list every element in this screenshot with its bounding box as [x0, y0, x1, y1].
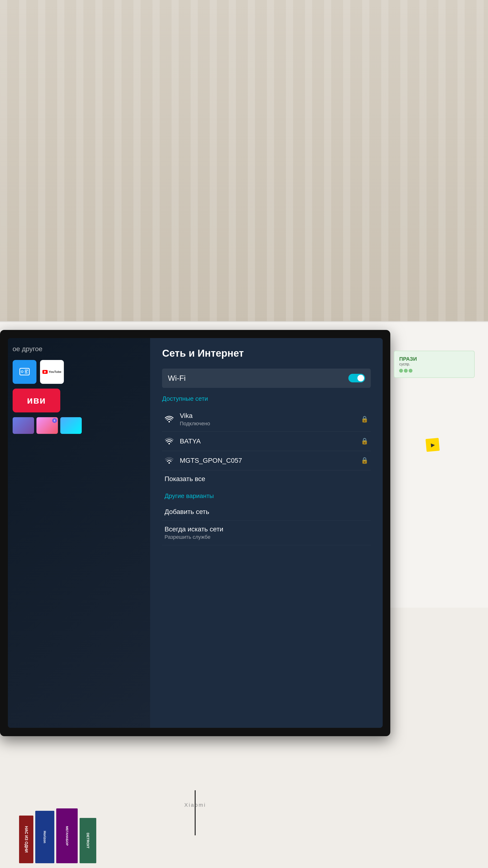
tv-screen: ое другое [8, 338, 383, 728]
network-item-mgts[interactable]: MGTS_GPON_C057 🔒 [162, 451, 370, 470]
always-scan-item[interactable]: Всегда искать сети Разрешить службе [162, 521, 370, 545]
available-networks-header: Доступные сети [162, 395, 370, 402]
dot [409, 369, 413, 373]
wifi-toggle[interactable] [348, 374, 365, 382]
thumb-1[interactable] [12, 417, 34, 434]
ivi-app-tile[interactable]: иви [12, 389, 60, 412]
add-network-item[interactable]: Добавить сеть [162, 503, 370, 521]
ivi-label: иви [27, 395, 46, 406]
network-name-batya: BATYA [180, 437, 360, 445]
show-all-button[interactable]: Показать все [162, 470, 370, 488]
network-name-mgts: MGTS_GPON_C057 [180, 457, 360, 464]
other-options-header: Другие варианты [162, 488, 370, 503]
youtube-label: YouTube [48, 370, 62, 374]
tv-stand [195, 790, 196, 835]
network-name-vika: Vika [180, 412, 360, 420]
settings-panel: Сеть и Интернет Wi-Fi Доступные сети [150, 338, 383, 728]
box-1-subtitle: суспр. [399, 362, 469, 366]
wifi-signal-icon-batya [164, 436, 174, 446]
tv-wrapper: ое другое [0, 330, 390, 781]
lock-icon-vika: 🔒 [361, 415, 368, 423]
app-row-1: YouTube [12, 360, 145, 384]
lock-icon-mgts: 🔒 [361, 457, 368, 464]
svg-rect-5 [25, 373, 28, 373]
network-item-vika[interactable]: Vika Подключено 🔒 [162, 407, 370, 432]
youtube-logo: YouTube [42, 370, 62, 374]
svg-point-2 [22, 371, 23, 372]
svg-rect-4 [25, 371, 27, 372]
right-items: ПРАЗИ суспр. [390, 347, 478, 694]
tv-app-tile[interactable] [12, 360, 36, 384]
dot [404, 369, 408, 373]
network-info-batya: BATYA [180, 437, 360, 445]
svg-point-7 [168, 443, 170, 444]
book-4: DETROIT [79, 818, 96, 863]
thumb-2[interactable]: 6 [36, 417, 58, 434]
box-1-title: ПРАЗИ [399, 356, 469, 362]
svg-point-8 [168, 462, 170, 464]
book-2: Horizon [35, 811, 54, 863]
wifi-toggle-row[interactable]: Wi-Fi [162, 369, 370, 388]
svg-point-6 [168, 421, 170, 423]
book-1: НАС ИЗ ОДНИ [19, 815, 33, 863]
book-3: МЕГАНАБОР [56, 808, 78, 863]
sticker: ▶ [426, 438, 440, 452]
wifi-label: Wi-Fi [168, 374, 186, 383]
app-row-2: иви [12, 389, 145, 412]
box-1: ПРАЗИ суспр. [394, 351, 475, 378]
network-info-mgts: MGTS_GPON_C057 [180, 457, 360, 464]
thumbnails-row: 6 [12, 417, 145, 434]
wifi-signal-icon-vika [164, 414, 174, 424]
network-item-batya[interactable]: BATYA 🔒 [162, 432, 370, 451]
svg-rect-3 [25, 370, 28, 370]
network-status-vika: Подключено [180, 421, 360, 427]
always-scan-label: Всегда искать сети [164, 525, 368, 533]
network-info-vika: Vika Подключено [180, 412, 360, 427]
tv-bezel: ое другое [0, 330, 390, 736]
always-scan-sublabel: Разрешить службе [164, 534, 368, 540]
tv-app-launcher: ое другое [8, 338, 150, 728]
toggle-knob [357, 375, 364, 381]
add-network-label: Добавить сеть [164, 508, 368, 516]
thumb-3[interactable] [60, 417, 82, 434]
dot [399, 369, 403, 373]
youtube-app-tile[interactable]: YouTube [40, 360, 64, 384]
wifi-signal-icon-mgts [164, 456, 174, 465]
yt-play-button [42, 370, 48, 374]
lock-icon-batya: 🔒 [361, 437, 368, 445]
settings-title: Сеть и Интернет [162, 348, 370, 359]
launcher-title: ое другое [12, 345, 145, 353]
